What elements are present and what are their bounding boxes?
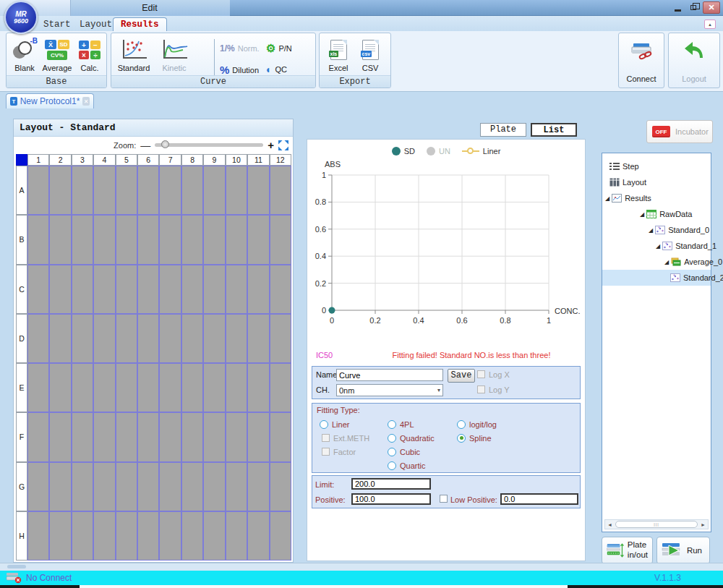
well-E10[interactable] bbox=[226, 363, 247, 412]
well-F2[interactable] bbox=[49, 412, 71, 461]
legend-item-liner[interactable]: Liner bbox=[462, 147, 500, 155]
average-button[interactable]: X̄ SD CV% Average bbox=[40, 37, 74, 72]
well-G8[interactable] bbox=[181, 462, 203, 511]
well-F9[interactable] bbox=[203, 412, 225, 461]
well-H10[interactable] bbox=[226, 511, 247, 561]
document-tab[interactable]: T New Protocol1* ✕ bbox=[6, 93, 94, 108]
well-B7[interactable] bbox=[159, 215, 181, 264]
tree-expanded-icon[interactable]: ◢ bbox=[664, 259, 669, 265]
collapse-ribbon-button[interactable]: ▲ bbox=[704, 20, 716, 29]
tree-item-average-0[interactable]: ◢ Average_0 bbox=[602, 254, 711, 270]
well-G7[interactable] bbox=[159, 462, 181, 511]
well-C3[interactable] bbox=[72, 265, 93, 314]
export-csv-button[interactable]: csv CSV bbox=[356, 37, 385, 72]
well-D7[interactable] bbox=[159, 314, 181, 363]
scroll-left-icon[interactable]: ◄ bbox=[605, 522, 615, 527]
well-D4[interactable] bbox=[93, 314, 115, 363]
well-C10[interactable] bbox=[226, 265, 247, 314]
well-E9[interactable] bbox=[203, 363, 225, 412]
tree-expanded-icon[interactable]: ◢ bbox=[605, 195, 609, 202]
scroll-right-icon[interactable]: ► bbox=[698, 522, 708, 527]
well-A9[interactable] bbox=[203, 166, 225, 215]
incubator-toggle[interactable]: OFF Incubator bbox=[646, 120, 713, 143]
well-D2[interactable] bbox=[49, 314, 71, 363]
calc-button[interactable]: + − × ÷ Calc. bbox=[73, 37, 106, 72]
well-A2[interactable] bbox=[49, 166, 71, 215]
view-plate-button[interactable]: Plate bbox=[480, 123, 526, 137]
well-E1[interactable] bbox=[27, 363, 49, 412]
well-G9[interactable] bbox=[203, 462, 225, 511]
fit-to-window-icon[interactable] bbox=[278, 140, 288, 150]
scrollbar-thumb[interactable]: ||| bbox=[615, 521, 698, 528]
well-D5[interactable] bbox=[116, 314, 137, 363]
well-D3[interactable] bbox=[72, 314, 93, 363]
well-A8[interactable] bbox=[181, 166, 203, 215]
qc-button[interactable]: ◐ QC bbox=[266, 64, 287, 75]
fitting-option-spline[interactable]: Spline bbox=[457, 433, 497, 443]
well-C8[interactable] bbox=[181, 265, 203, 314]
well-E4[interactable] bbox=[93, 363, 115, 412]
tab-results[interactable]: Results bbox=[113, 17, 167, 31]
well-F1[interactable] bbox=[27, 412, 49, 461]
well-A10[interactable] bbox=[226, 166, 247, 215]
well-C7[interactable] bbox=[159, 265, 181, 314]
well-H6[interactable] bbox=[137, 511, 159, 561]
well-H3[interactable] bbox=[72, 511, 93, 561]
zoom-slider-thumb[interactable] bbox=[161, 140, 169, 148]
well-C4[interactable] bbox=[93, 265, 115, 314]
app-logo-button[interactable]: MR 9600 bbox=[4, 1, 38, 34]
well-G2[interactable] bbox=[49, 462, 71, 511]
well-D10[interactable] bbox=[226, 314, 247, 363]
plate-corner-cell[interactable] bbox=[16, 154, 27, 166]
well-A11[interactable] bbox=[247, 166, 269, 215]
well-F8[interactable] bbox=[181, 412, 203, 461]
well-C1[interactable] bbox=[27, 265, 49, 314]
well-C5[interactable] bbox=[116, 265, 137, 314]
tree-item-rawdata[interactable]: ◢ RawData bbox=[602, 206, 711, 222]
well-F5[interactable] bbox=[116, 412, 137, 461]
pn-button[interactable]: ⚙ P/N bbox=[266, 42, 292, 55]
well-A6[interactable] bbox=[137, 166, 159, 215]
fitting-option-quadratic[interactable]: Quadratic bbox=[388, 433, 435, 443]
tab-start[interactable]: Start bbox=[36, 17, 78, 31]
well-B6[interactable] bbox=[137, 215, 159, 264]
zoom-out-icon[interactable]: — bbox=[140, 140, 150, 151]
well-E6[interactable] bbox=[137, 363, 159, 412]
well-C6[interactable] bbox=[137, 265, 159, 314]
well-F7[interactable] bbox=[159, 412, 181, 461]
well-F12[interactable] bbox=[270, 412, 291, 461]
well-E7[interactable] bbox=[159, 363, 181, 412]
low-positive-checkbox[interactable] bbox=[440, 495, 448, 503]
well-C2[interactable] bbox=[49, 265, 71, 314]
well-E12[interactable] bbox=[270, 363, 291, 412]
limit-input[interactable] bbox=[351, 478, 431, 490]
well-E8[interactable] bbox=[181, 363, 203, 412]
well-G3[interactable] bbox=[72, 462, 93, 511]
well-A4[interactable] bbox=[93, 166, 115, 215]
tree-item-step[interactable]: Step bbox=[602, 158, 711, 174]
well-D6[interactable] bbox=[137, 314, 159, 363]
well-E3[interactable] bbox=[72, 363, 93, 412]
well-H4[interactable] bbox=[93, 511, 115, 561]
well-C12[interactable] bbox=[270, 265, 291, 314]
save-button[interactable]: Save bbox=[448, 369, 475, 383]
well-C9[interactable] bbox=[203, 265, 225, 314]
well-D11[interactable] bbox=[247, 314, 269, 363]
well-B9[interactable] bbox=[203, 215, 225, 264]
well-G6[interactable] bbox=[137, 462, 159, 511]
well-E11[interactable] bbox=[247, 363, 269, 412]
tree-expanded-icon[interactable]: ◢ bbox=[656, 243, 660, 250]
well-A1[interactable] bbox=[27, 166, 49, 215]
well-A3[interactable] bbox=[72, 166, 93, 215]
well-C11[interactable] bbox=[247, 265, 269, 314]
legend-item-un[interactable]: UN bbox=[427, 147, 450, 155]
well-D9[interactable] bbox=[203, 314, 225, 363]
well-H9[interactable] bbox=[203, 511, 225, 561]
tree-expanded-icon[interactable]: ◢ bbox=[640, 211, 644, 218]
tree-horizontal-scrollbar[interactable]: ◄ ||| ► bbox=[604, 519, 709, 529]
well-D8[interactable] bbox=[181, 314, 203, 363]
well-H11[interactable] bbox=[247, 511, 269, 561]
well-E5[interactable] bbox=[116, 363, 137, 412]
well-A7[interactable] bbox=[159, 166, 181, 215]
channel-dropdown[interactable]: 0nm ▾ bbox=[336, 384, 443, 396]
